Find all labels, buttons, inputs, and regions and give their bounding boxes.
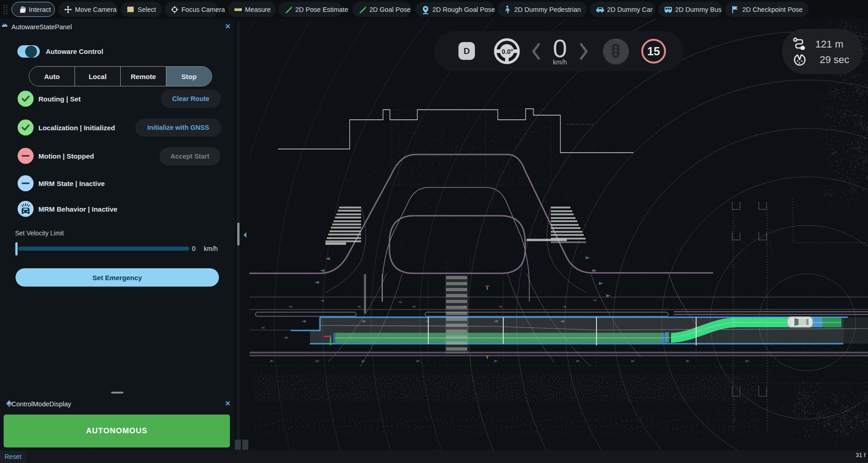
svg-text:0.0°: 0.0° [501, 48, 513, 55]
